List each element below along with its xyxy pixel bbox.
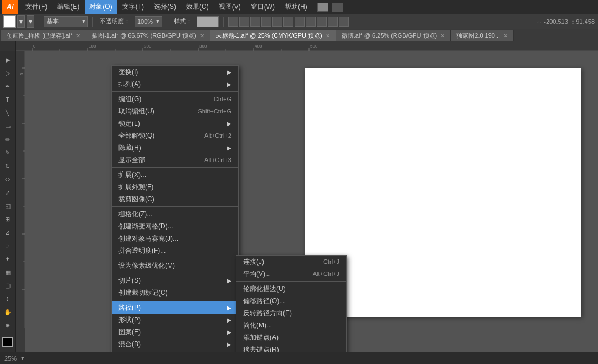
path-menu-outline-stroke[interactable]: 轮廓化描边(U)	[236, 283, 346, 295]
menu-item-show-all[interactable]: 显示全部 Alt+Ctrl+3	[112, 154, 238, 166]
menu-item-hide[interactable]: 隐藏(H) ▶	[112, 142, 238, 154]
tab-3[interactable]: 微博.ai* @ 6.25% (RGB/GPU 预览) ✕	[336, 30, 451, 41]
path-menu-join[interactable]: 连接(J) Ctrl+J	[236, 256, 346, 268]
tab-close-0[interactable]: ✕	[76, 33, 80, 39]
tool-type[interactable]: T	[1, 93, 14, 106]
icon-2[interactable]	[239, 17, 249, 27]
icon-5[interactable]	[272, 17, 282, 27]
icon-3[interactable]	[250, 17, 260, 27]
menu-item-flatten[interactable]: 拼合透明度(F)...	[112, 245, 238, 257]
menu-item-transform[interactable]: 变换(I) ▶	[112, 66, 238, 78]
menu-item-path[interactable]: 路径(P) ▶	[112, 301, 238, 314]
tool-scale[interactable]: ⤢	[1, 186, 14, 199]
icon-4[interactable]	[261, 17, 271, 27]
tab-2[interactable]: 未标题-1.ai* @ 25% (CMYK/GPU 预览) ✕	[210, 30, 336, 41]
menu-item-pixel-optimize[interactable]: 设为像素级优化(M)	[112, 259, 238, 272]
menu-item-rasterize[interactable]: 栅格化(Z)...	[112, 208, 238, 220]
menu-select[interactable]: 选择(S)	[150, 0, 181, 14]
path-menu-average[interactable]: 平均(V)... Alt+Ctrl+J	[236, 268, 346, 280]
tab-close-3[interactable]: ✕	[440, 33, 445, 39]
color-foreground[interactable]	[2, 337, 13, 347]
menu-edit[interactable]: 编辑(E)	[53, 0, 84, 14]
tool-mesh[interactable]: ⊞	[1, 213, 14, 225]
menu-item-slice[interactable]: 切片(S) ▶	[112, 274, 238, 287]
tool-eyedropper[interactable]: ⊿	[1, 226, 14, 238]
menu-item-gradient-mesh[interactable]: 创建渐变网格(D)...	[112, 220, 238, 232]
ruler-horizontal: 0 100 200 300 400 500	[0, 41, 598, 51]
menu-text[interactable]: 文字(T)	[118, 0, 148, 14]
tool-rect[interactable]: ▭	[1, 120, 14, 132]
tool-slice[interactable]: ⊹	[1, 293, 14, 305]
tab-1[interactable]: 插图-1.ai* @ 66.67% (RGB/GPU 预览) ✕	[86, 30, 210, 41]
tool-hand[interactable]: ✋	[1, 306, 14, 318]
path-menu-add-anchor[interactable]: 添加锚点(A)	[236, 331, 346, 344]
path-menu-remove-anchor[interactable]: 移去锚点(R)	[236, 344, 346, 352]
tab-4[interactable]: 独家图2.0 190... ✕	[451, 30, 514, 41]
canvas-area: 变换(I) ▶ 排列(A) ▶ 编组(G) Ctrl+G 取消编组(U) Sh	[25, 51, 598, 352]
tool-line[interactable]: ╲	[1, 107, 14, 119]
tool-pencil[interactable]: ✎	[1, 147, 14, 159]
icon-6[interactable]	[283, 17, 293, 27]
menu-item-expand[interactable]: 扩展(X)...	[112, 169, 238, 181]
menu-item-unlock[interactable]: 全部解锁(Q) Alt+Ctrl+2	[112, 129, 238, 142]
menu-item-crop-marks[interactable]: 创建裁切标记(C)	[112, 287, 238, 299]
svg-text:0: 0	[33, 44, 36, 49]
tool-rotate[interactable]: ↻	[1, 160, 14, 172]
swatch-dropdown[interactable]: ▾	[17, 15, 25, 28]
menu-item-expand-appearance[interactable]: 扩展外观(F)	[112, 181, 238, 193]
icon-8[interactable]	[306, 17, 316, 27]
tool-gradient[interactable]: ◱	[1, 200, 14, 212]
tool-direct-select[interactable]: ▷	[1, 67, 14, 79]
svg-text:100: 100	[89, 44, 96, 49]
path-menu-offset[interactable]: 偏移路径(O)...	[236, 295, 346, 307]
spacer2	[2, 349, 13, 351]
menu-effect[interactable]: 效果(C)	[182, 0, 213, 14]
tool-paintbrush[interactable]: ✏	[1, 133, 14, 145]
menu-item-ungroup[interactable]: 取消编组(U) Shift+Ctrl+G	[112, 105, 238, 117]
tool-select[interactable]: ▶	[1, 54, 14, 66]
menu-item-pattern[interactable]: 图案(E) ▶	[112, 326, 238, 338]
menu-item-shape[interactable]: 形状(P) ▶	[112, 314, 238, 326]
tab-close-4[interactable]: ✕	[503, 33, 508, 39]
tool-pen[interactable]: ✒	[1, 80, 14, 92]
icon-1[interactable]	[228, 17, 238, 27]
menu-file[interactable]: 文件(F)	[21, 0, 51, 14]
tool-zoom[interactable]: ⊕	[1, 319, 14, 331]
tool-symbol[interactable]: ✦	[1, 253, 14, 265]
menu-item-group[interactable]: 编组(G) Ctrl+G	[112, 93, 238, 105]
menu-item-blend[interactable]: 混合(B) ▶	[112, 338, 238, 350]
icon-10[interactable]	[328, 17, 338, 27]
icon-9[interactable]	[317, 17, 327, 27]
opacity-field[interactable]: 100% ▾	[135, 16, 162, 27]
menu-object[interactable]: 对象(O)	[85, 0, 116, 14]
tool-blend[interactable]: ⊃	[1, 240, 14, 252]
menu-item-envelope[interactable]: 封套扭曲(V) ▶	[112, 350, 238, 352]
select-field[interactable]: 基本 ▾	[44, 16, 88, 27]
swatch-arrow[interactable]: ▾	[27, 15, 34, 28]
tab-0[interactable]: 创画图_样板 [已保存].ai* ✕	[1, 30, 86, 41]
icon-7[interactable]	[295, 17, 305, 27]
menu-help[interactable]: 帮助(H)	[280, 0, 312, 14]
tool-artboard[interactable]: ▢	[1, 279, 14, 292]
path-submenu[interactable]: 连接(J) Ctrl+J 平均(V)... Alt+Ctrl+J 轮廓化描边(U…	[236, 255, 347, 352]
ruler-vertical: 0	[16, 51, 25, 352]
tab-close-2[interactable]: ✕	[326, 33, 330, 39]
tool-bar-chart[interactable]: ▦	[1, 266, 14, 278]
menu-view[interactable]: 视图(V)	[214, 0, 245, 14]
tab-close-1[interactable]: ✕	[200, 33, 204, 39]
menu-item-lock[interactable]: 锁定(L) ▶	[112, 117, 238, 129]
tool-mirror[interactable]: ⇔	[1, 173, 14, 185]
opacity-label: 不透明度：	[97, 17, 132, 25]
icon-11[interactable]	[339, 17, 349, 27]
menu-item-crop-image[interactable]: 裁剪图像(C)	[112, 193, 238, 205]
menu-window[interactable]: 窗口(W)	[246, 0, 279, 14]
grid-icon	[317, 3, 328, 12]
object-menu-dropdown[interactable]: 变换(I) ▶ 排列(A) ▶ 编组(G) Ctrl+G 取消编组(U) Sh	[111, 65, 239, 352]
path-menu-simplify[interactable]: 简化(M)...	[236, 319, 346, 331]
path-menu-reverse[interactable]: 反转路径方向(E)	[236, 307, 346, 319]
menu-item-mosaic[interactable]: 创建对象马赛克(J)...	[112, 232, 238, 245]
style-swatch[interactable]	[197, 16, 219, 27]
menu-item-arrange[interactable]: 排列(A) ▶	[112, 78, 238, 90]
arrange-icon	[332, 3, 343, 12]
color-swatch[interactable]	[3, 15, 16, 28]
